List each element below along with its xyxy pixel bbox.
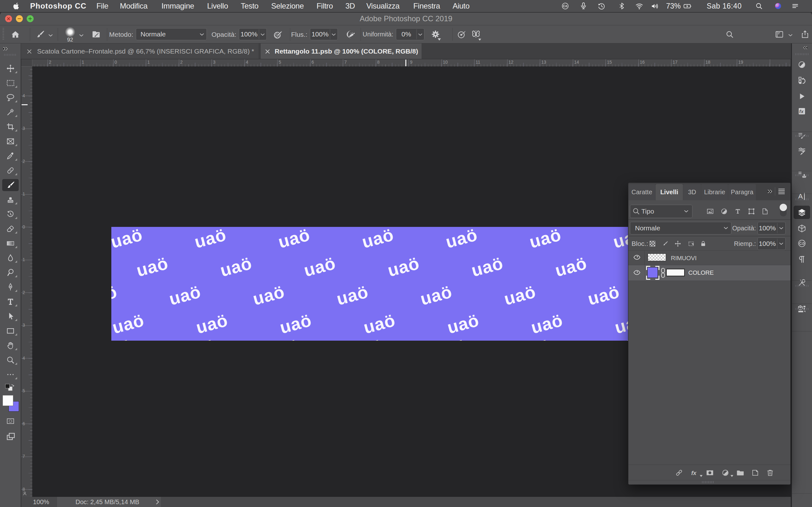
svg-text:fx: fx (691, 469, 697, 476)
svg-text:fx: fx (799, 109, 804, 114)
